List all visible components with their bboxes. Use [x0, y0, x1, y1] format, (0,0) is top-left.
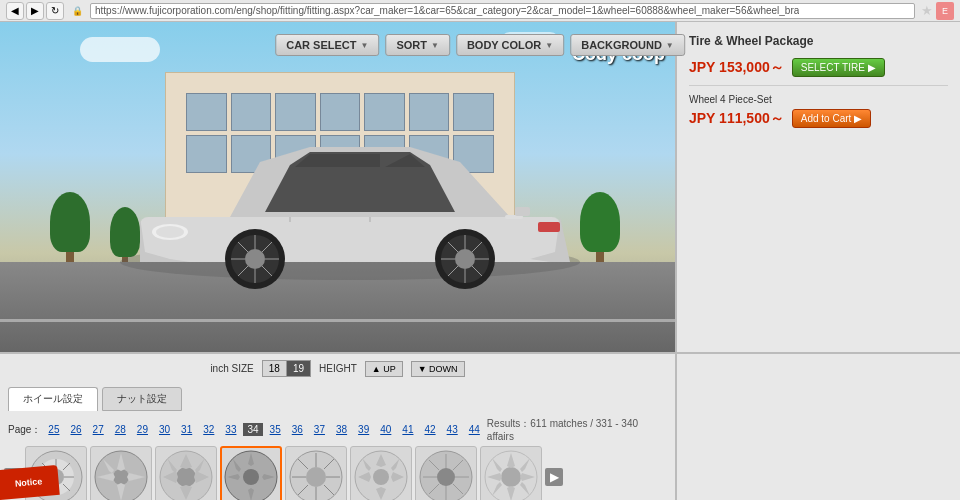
svg-rect-1 — [140, 217, 560, 262]
wheel-thumbnails: ◀ — [0, 444, 675, 500]
page-33[interactable]: 33 — [221, 423, 240, 436]
size-selector: 18 19 — [262, 360, 311, 377]
page-39[interactable]: 39 — [354, 423, 373, 436]
page-30[interactable]: 30 — [155, 423, 174, 436]
page-41[interactable]: 41 — [398, 423, 417, 436]
price-1-value: JPY 153,000～ — [689, 59, 784, 77]
price-2-value: JPY 111,500～ — [689, 110, 784, 128]
page-44[interactable]: 44 — [465, 423, 484, 436]
car-select-button[interactable]: CAR SELECT ▼ — [275, 34, 379, 56]
thumbnails-next-button[interactable]: ▶ — [545, 468, 563, 486]
size-19-option[interactable]: 19 — [287, 361, 310, 376]
height-up-button[interactable]: ▲ UP — [365, 361, 403, 377]
background-button[interactable]: BACKGROUND ▼ — [570, 34, 685, 56]
svg-point-7 — [156, 226, 184, 238]
car-display — [0, 22, 680, 352]
price-row-2: JPY 111,500～ Add to Cart ▶ — [689, 109, 948, 128]
wheel-thumb-2[interactable] — [90, 446, 152, 500]
add-to-cart-button[interactable]: Add to Cart ▶ — [792, 109, 872, 128]
select-tire-arrow-icon: ▶ — [868, 62, 876, 73]
inch-size-label: inch SIZE — [210, 363, 253, 374]
tab-wheel-settings[interactable]: ホイール設定 — [8, 387, 98, 411]
svg-point-43 — [113, 469, 129, 485]
car-select-arrow-icon: ▼ — [361, 41, 369, 50]
page-37[interactable]: 37 — [310, 423, 329, 436]
url-text: https://www.fujicorporation.com/eng/shop… — [95, 5, 799, 16]
address-bar[interactable]: https://www.fujicorporation.com/eng/shop… — [90, 3, 915, 19]
height-label: HEIGHT — [319, 363, 357, 374]
bottom-right-panel — [675, 352, 960, 500]
back-button[interactable]: ◀ — [6, 2, 24, 20]
price-row-1: JPY 153,000～ SELECT TIRE ▶ — [689, 58, 948, 77]
sidebar-title: Tire & Wheel Package — [689, 34, 948, 48]
browser-bar: ◀ ▶ ↻ 🔒 https://www.fujicorporation.com/… — [0, 0, 960, 22]
page-26[interactable]: 26 — [66, 423, 85, 436]
page-35[interactable]: 35 — [266, 423, 285, 436]
size-18-option[interactable]: 18 — [263, 361, 287, 376]
page-40[interactable]: 40 — [376, 423, 395, 436]
svg-point-61 — [437, 468, 455, 486]
page-28[interactable]: 28 — [111, 423, 130, 436]
wheel-thumb-7[interactable] — [415, 446, 477, 500]
sort-arrow-icon: ▼ — [431, 41, 439, 50]
wheel-thumb-8[interactable] — [480, 446, 542, 500]
svg-point-59 — [373, 469, 389, 485]
wheel-thumb-6[interactable] — [350, 446, 412, 500]
height-down-button[interactable]: ▼ DOWN — [411, 361, 465, 377]
body-color-button[interactable]: BODY COLOR ▼ — [456, 34, 564, 56]
browser-actions: ★ E — [921, 2, 954, 20]
add-to-cart-arrow-icon: ▶ — [854, 113, 862, 124]
body-color-arrow-icon: ▼ — [545, 41, 553, 50]
page-38[interactable]: 38 — [332, 423, 351, 436]
page-31[interactable]: 31 — [177, 423, 196, 436]
refresh-button[interactable]: ↻ — [46, 2, 64, 20]
tree-left — [50, 192, 90, 272]
svg-point-47 — [243, 469, 259, 485]
car-image — [90, 97, 610, 297]
background-label: BACKGROUND — [581, 39, 662, 51]
body-color-label: BODY COLOR — [467, 39, 541, 51]
svg-point-71 — [501, 467, 521, 487]
sort-label: SORT — [396, 39, 427, 51]
page-label: Page： — [8, 423, 41, 437]
forward-button[interactable]: ▶ — [26, 2, 44, 20]
nav-buttons: ◀ ▶ ↻ — [6, 2, 64, 20]
results-text: Results：611 matches / 331 - 340 affairs — [487, 417, 667, 442]
notice-badge: Notice — [0, 465, 60, 500]
page-25[interactable]: 25 — [44, 423, 63, 436]
page-27[interactable]: 27 — [89, 423, 108, 436]
divider-1 — [689, 85, 948, 86]
pagination-row: Page： 25 26 27 28 29 30 31 32 33 34 35 3… — [0, 415, 675, 444]
car-select-label: CAR SELECT — [286, 39, 356, 51]
toolbar: CAR SELECT ▼ SORT ▼ BODY COLOR ▼ BACKGRO… — [275, 34, 685, 56]
wheel-thumb-5[interactable] — [285, 446, 347, 500]
page-43[interactable]: 43 — [443, 423, 462, 436]
right-sidebar: Tire & Wheel Package JPY 153,000～ SELECT… — [675, 22, 960, 352]
wheel-thumb-4[interactable] — [220, 446, 282, 500]
svg-rect-5 — [515, 207, 530, 216]
page-29[interactable]: 29 — [133, 423, 152, 436]
bottom-section: inch SIZE 18 19 HEIGHT ▲ UP ▼ DOWN ホイール設… — [0, 352, 675, 500]
lock-icon: 🔒 — [70, 4, 84, 18]
extension-icon[interactable]: E — [936, 2, 954, 20]
page-42[interactable]: 42 — [420, 423, 439, 436]
road-line — [0, 319, 680, 322]
wheel-thumb-3[interactable] — [155, 446, 217, 500]
wheel-4-piece-label: Wheel 4 Piece-Set — [689, 94, 948, 105]
app-container: CAR SELECT ▼ SORT ▼ BODY COLOR ▼ BACKGRO… — [0, 22, 960, 500]
page-32[interactable]: 32 — [199, 423, 218, 436]
select-tire-button[interactable]: SELECT TIRE ▶ — [792, 58, 885, 77]
tab-nut-settings[interactable]: ナット設定 — [102, 387, 182, 411]
svg-rect-8 — [538, 222, 560, 232]
page-34[interactable]: 34 — [243, 423, 262, 436]
bookmark-star-icon[interactable]: ★ — [921, 3, 933, 18]
sort-button[interactable]: SORT ▼ — [385, 34, 449, 56]
car-svg — [90, 97, 610, 297]
svg-point-49 — [306, 467, 326, 487]
background-arrow-icon: ▼ — [666, 41, 674, 50]
size-controls: inch SIZE 18 19 HEIGHT ▲ UP ▼ DOWN — [0, 354, 675, 383]
car-background — [0, 22, 680, 352]
svg-point-45 — [176, 467, 196, 487]
tab-row: ホイール設定 ナット設定 — [0, 383, 675, 415]
page-36[interactable]: 36 — [288, 423, 307, 436]
